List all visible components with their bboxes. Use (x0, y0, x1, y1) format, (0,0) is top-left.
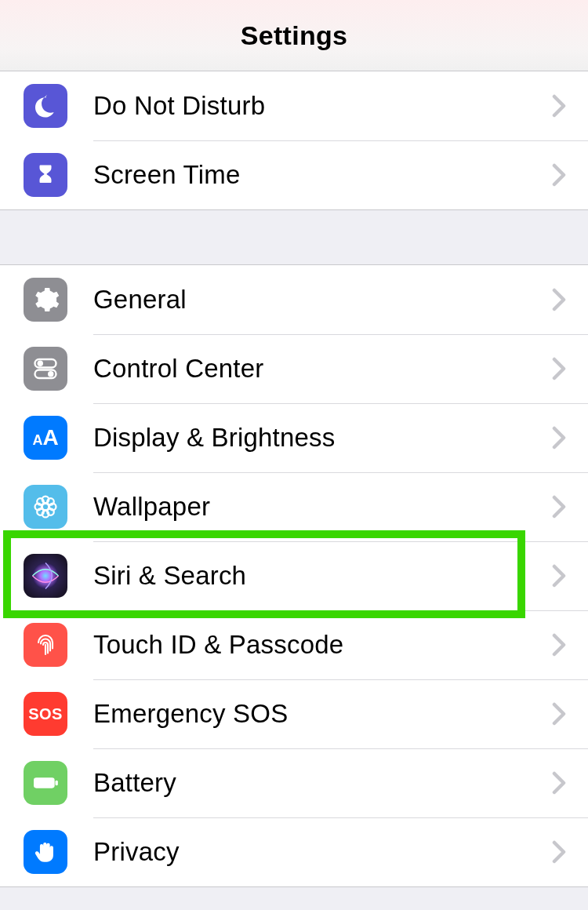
group-spacer (0, 209, 588, 265)
chevron-right-icon (552, 495, 566, 519)
settings-group-1: Do Not Disturb Screen Time (0, 71, 588, 209)
hand-icon (24, 830, 67, 874)
row-label: Privacy (93, 837, 552, 867)
chevron-right-icon (552, 633, 566, 657)
chevron-right-icon (552, 357, 566, 380)
svg-rect-15 (56, 781, 58, 786)
row-label: General (93, 285, 552, 315)
row-privacy[interactable]: Privacy (0, 817, 588, 886)
page-title: Settings (241, 20, 348, 51)
hourglass-icon (24, 153, 67, 197)
sos-icon: SOS (24, 692, 67, 736)
row-wallpaper[interactable]: Wallpaper (0, 472, 588, 541)
svg-point-13 (33, 563, 59, 589)
svg-point-1 (38, 361, 44, 367)
chevron-right-icon (552, 702, 566, 726)
row-label: Screen Time (93, 160, 552, 190)
row-label: Touch ID & Passcode (93, 630, 552, 660)
row-label: Siri & Search (93, 561, 552, 591)
chevron-right-icon (552, 288, 566, 311)
moon-icon (24, 84, 67, 128)
row-battery[interactable]: Battery (0, 748, 588, 817)
row-touch-id-passcode[interactable]: Touch ID & Passcode (0, 610, 588, 679)
chevron-right-icon (552, 163, 566, 187)
row-label: Emergency SOS (93, 699, 552, 729)
chevron-right-icon (552, 426, 566, 450)
row-screen-time[interactable]: Screen Time (0, 140, 588, 209)
row-do-not-disturb[interactable]: Do Not Disturb (0, 71, 588, 140)
svg-rect-14 (34, 777, 55, 788)
fingerprint-icon (24, 623, 67, 667)
row-general[interactable]: General (0, 265, 588, 334)
row-label: Do Not Disturb (93, 91, 552, 121)
settings-group-2: General Control Center AA Display & Brig… (0, 265, 588, 886)
footer-spacer (0, 886, 588, 910)
text-size-icon: AA (24, 416, 67, 460)
battery-icon (24, 761, 67, 805)
chevron-right-icon (552, 771, 566, 795)
toggles-icon (24, 347, 67, 391)
row-label: Display & Brightness (93, 423, 552, 453)
row-label: Wallpaper (93, 492, 552, 522)
row-display-brightness[interactable]: AA Display & Brightness (0, 403, 588, 472)
chevron-right-icon (552, 564, 566, 588)
row-siri-search[interactable]: Siri & Search (0, 541, 588, 610)
siri-icon (24, 554, 67, 598)
chevron-right-icon (552, 94, 566, 118)
row-label: Control Center (93, 354, 552, 384)
svg-point-3 (48, 371, 54, 377)
row-emergency-sos[interactable]: SOS Emergency SOS (0, 679, 588, 748)
flower-icon (24, 485, 67, 529)
row-label: Battery (93, 768, 552, 798)
gear-icon (24, 278, 67, 322)
row-control-center[interactable]: Control Center (0, 334, 588, 403)
header: Settings (0, 0, 588, 71)
chevron-right-icon (552, 840, 566, 864)
